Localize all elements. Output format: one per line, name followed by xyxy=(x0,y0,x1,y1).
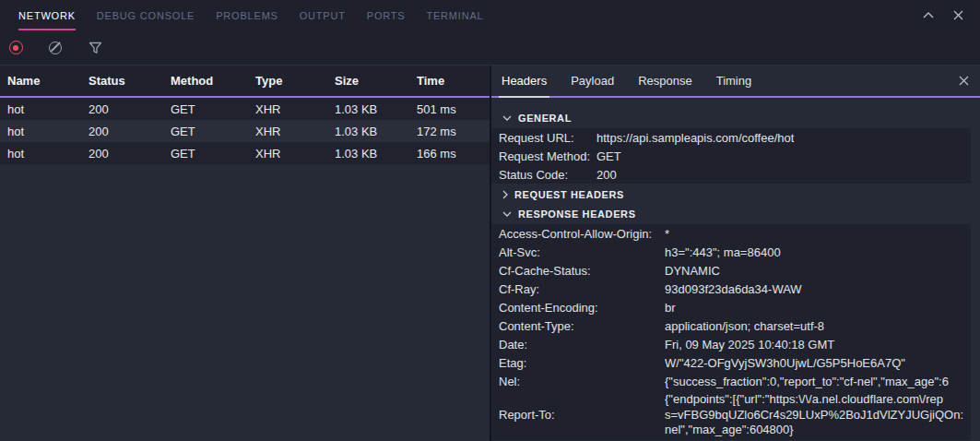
filter-icon xyxy=(89,42,102,54)
tab-output[interactable]: OUTPUT xyxy=(300,0,346,30)
cell-status: 200 xyxy=(89,102,171,116)
header-key: Content-Encoding: xyxy=(499,301,665,315)
section-response-headers-header[interactable]: RESPONSE HEADERS xyxy=(491,205,980,223)
clear-button[interactable] xyxy=(45,38,65,58)
tab-timing[interactable]: Timing xyxy=(714,66,755,98)
header-value: h3=":443"; ma=86400 xyxy=(665,245,971,259)
tab-network[interactable]: NETWORK xyxy=(18,0,76,30)
request-row-2[interactable]: hot 200 GET XHR 1.03 KB 172 ms xyxy=(0,120,490,142)
record-button[interactable] xyxy=(6,38,26,58)
column-header-type[interactable]: Type xyxy=(255,74,335,88)
header-value: 93d093f23da6da34-WAW xyxy=(665,282,971,296)
clear-icon xyxy=(49,42,62,54)
column-header-name[interactable]: Name xyxy=(7,74,89,88)
cell-name: hot xyxy=(7,125,89,138)
cell-name: hot xyxy=(7,147,89,161)
header-row: Status Code: 200 xyxy=(491,165,971,184)
header-value: 200 xyxy=(596,168,971,182)
response-headers-section-body: Access-Control-Allow-Origin: * Alt-Svc: … xyxy=(491,224,971,440)
header-value: https://api.sampleapis.com/coffee/hot xyxy=(596,131,971,145)
cell-type: XHR xyxy=(255,147,335,161)
network-toolbar xyxy=(0,30,980,65)
cell-name: hot xyxy=(7,102,89,116)
filter-button[interactable] xyxy=(85,38,105,58)
header-key: Status Code: xyxy=(499,168,596,182)
headers-detail-scroll: GENERAL Request URL: https://api.samplea… xyxy=(491,98,980,441)
cell-method: GET xyxy=(171,147,255,161)
chevron-right-icon xyxy=(502,190,508,199)
column-header-method[interactable]: Method xyxy=(171,74,255,88)
header-row: Cf-Cache-Status: DYNAMIC xyxy=(491,261,971,280)
header-row: Nel: {"success_fraction":0,"report_to":"… xyxy=(491,372,971,390)
requests-table-header: Name Status Method Type Size Time xyxy=(0,66,490,98)
section-general-title: GENERAL xyxy=(518,113,572,124)
header-row: Cf-Ray: 93d093f23da6da34-WAW xyxy=(491,280,971,298)
header-value: * xyxy=(665,227,971,241)
column-header-status[interactable]: Status xyxy=(89,74,171,88)
cell-type: XHR xyxy=(255,125,335,138)
tab-payload[interactable]: Payload xyxy=(568,66,617,98)
cell-time: 501 ms xyxy=(417,102,490,116)
tab-headers[interactable]: Headers xyxy=(499,66,549,98)
cell-time: 166 ms xyxy=(417,147,490,161)
header-row: Etag: W/"422-OFgVyjSW3h0UjwL/G5P5HoE6A7Q… xyxy=(491,353,971,372)
tab-terminal[interactable]: TERMINAL xyxy=(426,0,483,30)
header-row: Content-Encoding: br xyxy=(491,298,971,316)
header-row: Access-Control-Allow-Origin: * xyxy=(491,224,971,243)
header-value-line: s=vFBG9bqUZlo6Cr4s29LUxP%2BoJ1dVlZYJUGji… xyxy=(665,408,971,423)
section-response-headers-title: RESPONSE HEADERS xyxy=(518,209,636,220)
header-key: Report-To: xyxy=(499,408,665,422)
header-value: DYNAMIC xyxy=(665,264,971,278)
header-key: Request Method: xyxy=(499,149,596,163)
header-value: {"endpoints":[{"url":"https:\/\/a.nel.cl… xyxy=(665,392,971,438)
header-value: Fri, 09 May 2025 10:40:18 GMT xyxy=(665,338,971,352)
close-details-icon[interactable] xyxy=(954,72,973,90)
header-key: Nel: xyxy=(499,375,665,388)
header-value-line: {"endpoints":[{"url":"https:\/\/a.nel.cl… xyxy=(665,392,971,408)
request-row-3[interactable]: hot 200 GET XHR 1.03 KB 166 ms xyxy=(0,142,490,164)
header-key: Request URL: xyxy=(499,131,596,145)
network-main-area: Name Status Method Type Size Time hot 20… xyxy=(0,65,980,441)
header-value: {"success_fraction":0,"report_to":"cf-ne… xyxy=(665,375,971,388)
cell-size: 1.03 KB xyxy=(335,125,417,138)
general-section-body: Request URL: https://api.sampleapis.com/… xyxy=(491,128,971,184)
header-key: Cf-Ray: xyxy=(499,282,665,296)
header-value: W/"422-OFgVyjSW3h0UjwL/G5P5HoE6A7Q" xyxy=(665,356,971,370)
header-value-line: nel","max_age":604800} xyxy=(665,423,971,438)
tab-debug-console[interactable]: DEBUG CONSOLE xyxy=(97,0,195,30)
header-row: Date: Fri, 09 May 2025 10:40:18 GMT xyxy=(491,335,971,353)
cell-size: 1.03 KB xyxy=(335,102,417,116)
section-general-header[interactable]: GENERAL xyxy=(491,109,980,127)
cell-type: XHR xyxy=(255,102,335,116)
section-request-headers-header[interactable]: REQUEST HEADERS xyxy=(491,185,980,204)
request-details-pane: Headers Payload Response Timing GENERAL … xyxy=(491,66,980,441)
cell-method: GET xyxy=(171,125,255,138)
requests-table-pane: Name Status Method Type Size Time hot 20… xyxy=(0,66,490,441)
request-row-1[interactable]: hot 200 GET XHR 1.03 KB 501 ms xyxy=(0,98,490,120)
header-key: Etag: xyxy=(499,356,665,370)
cell-size: 1.03 KB xyxy=(335,147,417,161)
header-value: application/json; charset=utf-8 xyxy=(665,319,971,333)
header-row: Request URL: https://api.sampleapis.com/… xyxy=(491,128,971,147)
chevron-up-icon[interactable] xyxy=(919,6,938,25)
cell-status: 200 xyxy=(89,125,171,138)
cell-status: 200 xyxy=(89,147,171,161)
header-value: GET xyxy=(596,149,971,163)
header-key: Content-Type: xyxy=(499,319,665,333)
column-header-size[interactable]: Size xyxy=(335,74,417,88)
network-devtools-panel: NETWORK DEBUG CONSOLE PROBLEMS OUTPUT PO… xyxy=(0,0,980,441)
header-key: Alt-Svc: xyxy=(499,245,665,259)
panel-tab-bar: NETWORK DEBUG CONSOLE PROBLEMS OUTPUT PO… xyxy=(0,0,980,30)
header-key: Cf-Cache-Status: xyxy=(499,264,665,278)
column-header-time[interactable]: Time xyxy=(417,74,490,88)
tab-response[interactable]: Response xyxy=(635,66,695,98)
header-row: Alt-Svc: h3=":443"; ma=86400 xyxy=(491,243,971,261)
cell-method: GET xyxy=(171,102,255,116)
tab-problems[interactable]: PROBLEMS xyxy=(216,0,278,30)
section-request-headers-title: REQUEST HEADERS xyxy=(514,189,624,200)
header-row: Request Method: GET xyxy=(491,147,971,165)
tab-ports[interactable]: PORTS xyxy=(367,0,406,30)
cell-time: 172 ms xyxy=(417,125,490,138)
header-row: Report-To: {"endpoints":[{"url":"https:\… xyxy=(491,390,971,440)
close-icon[interactable] xyxy=(949,6,967,25)
